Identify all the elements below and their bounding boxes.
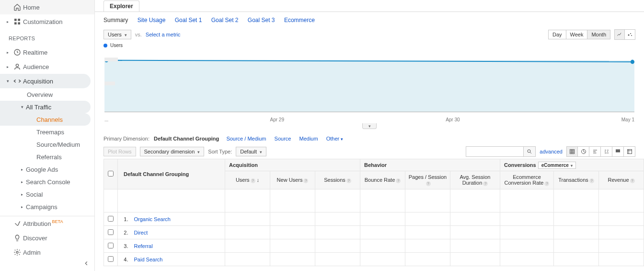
metric-selector[interactable]: Users [104, 30, 131, 39]
report-subtabs: Summary Site Usage Goal Set 1 Goal Set 2… [95, 12, 644, 28]
channel-link[interactable]: Referral [134, 243, 153, 249]
acq-referrals[interactable]: Referrals [0, 151, 94, 163]
col-sessions[interactable]: Sessions? [315, 171, 360, 189]
reports-label: REPORTS [0, 29, 94, 45]
svg-rect-32 [617, 150, 618, 151]
view-table-icon[interactable] [566, 146, 578, 157]
sort-type-select[interactable]: Default [236, 147, 266, 156]
help-icon[interactable]: ? [303, 178, 308, 183]
conversions-select-value: eCommerce [541, 163, 569, 168]
acq-all-traffic[interactable]: All Traffic [0, 101, 91, 113]
audience-icon [12, 63, 23, 71]
row-checkbox[interactable] [108, 216, 114, 222]
dim-source[interactable]: Source [275, 136, 291, 141]
view-cloud-icon[interactable] [612, 146, 624, 157]
nav-customization[interactable]: Customization [0, 14, 94, 29]
view-pie-icon[interactable] [578, 146, 589, 157]
svg-rect-33 [619, 150, 620, 151]
gran-day[interactable]: Day [548, 30, 566, 39]
help-icon[interactable]: ? [483, 181, 488, 186]
subtab-goal2[interactable]: Goal Set 2 [211, 17, 239, 24]
x-tick-2: Apr 30 [446, 117, 460, 122]
acq-overview[interactable]: Overview [0, 88, 94, 101]
help-icon[interactable]: ? [630, 178, 635, 183]
acq-search-console[interactable]: Search Console [0, 176, 94, 188]
help-icon[interactable]: ? [589, 178, 594, 183]
expand-chart-down-icon[interactable]: ▾ [362, 123, 377, 129]
chart-x-ticks: ... Apr 29 Apr 30 May 1 [104, 117, 635, 122]
svg-rect-10 [104, 60, 634, 112]
help-icon[interactable]: ? [396, 178, 401, 183]
select-second-metric[interactable]: Select a metric [146, 32, 181, 37]
view-bar-icon[interactable] [589, 146, 601, 157]
table-search-input[interactable] [466, 146, 523, 157]
svg-point-6 [16, 251, 18, 253]
advanced-link[interactable]: advanced [540, 149, 563, 154]
chart-line-icon[interactable] [614, 29, 625, 40]
acq-social[interactable]: Social [0, 188, 94, 200]
nav-discover[interactable]: Discover [0, 231, 94, 245]
select-all-checkbox[interactable] [108, 171, 114, 177]
row-checkbox[interactable] [108, 243, 114, 248]
view-pivot-icon[interactable] [624, 146, 635, 157]
col-new-users[interactable]: New Users? [270, 171, 315, 189]
nav-attribution[interactable]: Attribution BETA [0, 216, 94, 231]
nav-discover-label: Discover [23, 235, 47, 242]
acq-campaigns[interactable]: Campaigns [0, 200, 94, 213]
col-pps[interactable]: Pages / Session? [405, 171, 450, 189]
acq-google-ads-label: Google Ads [26, 166, 58, 173]
explorer-tab[interactable]: Explorer [104, 0, 139, 12]
nav-home[interactable]: Home [0, 0, 94, 14]
nav-admin[interactable]: Admin [0, 245, 94, 259]
view-comparison-icon[interactable] [601, 146, 612, 157]
dim-source-medium[interactable]: Source / Medium [226, 136, 266, 141]
col-trans[interactable]: Transactions? [554, 171, 599, 189]
x-tick-3: May 1 [621, 117, 634, 122]
row-checkbox[interactable] [108, 229, 114, 235]
col-asd[interactable]: Avg. Session Duration? [450, 171, 500, 189]
channel-link[interactable]: Organic Search [134, 216, 171, 222]
col-ecr[interactable]: Ecommerce Conversion Rate? [500, 171, 554, 189]
nav-home-label: Home [23, 4, 40, 11]
subtab-goal3[interactable]: Goal Set 3 [248, 17, 275, 24]
channel-link[interactable]: Direct [134, 230, 148, 236]
nav-audience[interactable]: Audience [0, 59, 94, 74]
nav-realtime[interactable]: Realtime [0, 45, 94, 59]
dim-other[interactable]: Other [326, 136, 344, 141]
chart-motion-icon[interactable] [625, 29, 635, 40]
help-icon[interactable]: ? [251, 178, 255, 183]
gran-month[interactable]: Month [587, 30, 610, 39]
row-checkbox[interactable] [108, 256, 114, 262]
subtab-goal1[interactable]: Goal Set 1 [175, 17, 202, 24]
svg-point-15 [528, 150, 530, 153]
acq-channels[interactable]: Channels [0, 113, 91, 126]
dim-medium[interactable]: Medium [299, 136, 318, 141]
help-icon[interactable]: ? [346, 178, 351, 183]
acq-google-ads[interactable]: Google Ads [0, 163, 94, 176]
chart-canvas[interactable] [104, 49, 635, 116]
subtab-summary[interactable]: Summary [104, 17, 128, 24]
acq-social-label: Social [26, 191, 43, 198]
col-bounce[interactable]: Bounce Rate? [360, 171, 405, 189]
col-users[interactable]: Users?↓ [225, 171, 270, 189]
gran-week[interactable]: Week [566, 30, 588, 39]
legend-dot-icon [104, 44, 107, 47]
dim-default-channel[interactable]: Default Channel Grouping [154, 136, 219, 141]
acq-all-traffic-label: All Traffic [26, 104, 51, 111]
acq-source-medium[interactable]: Source/Medium [0, 138, 94, 151]
help-icon[interactable]: ? [426, 181, 431, 186]
table-search-button[interactable] [523, 146, 536, 157]
subtab-ecommerce[interactable]: Ecommerce [284, 17, 315, 24]
acq-treemaps[interactable]: Treemaps [0, 126, 94, 138]
sort-desc-icon: ↓ [257, 177, 260, 183]
collapse-sidebar-icon[interactable] [83, 260, 90, 268]
plot-rows-button[interactable]: Plot Rows [104, 147, 136, 156]
channel-link[interactable]: Paid Search [134, 257, 163, 262]
help-icon[interactable]: ? [544, 181, 549, 186]
nav-acquisition[interactable]: Acquisition [0, 74, 91, 88]
acq-overview-label: Overview [27, 91, 53, 98]
subtab-site-usage[interactable]: Site Usage [138, 17, 166, 24]
secondary-dimension[interactable]: Secondary dimension [140, 147, 205, 156]
conversions-select[interactable]: eCommerce [538, 162, 576, 169]
col-rev[interactable]: Revenue? [599, 171, 644, 189]
